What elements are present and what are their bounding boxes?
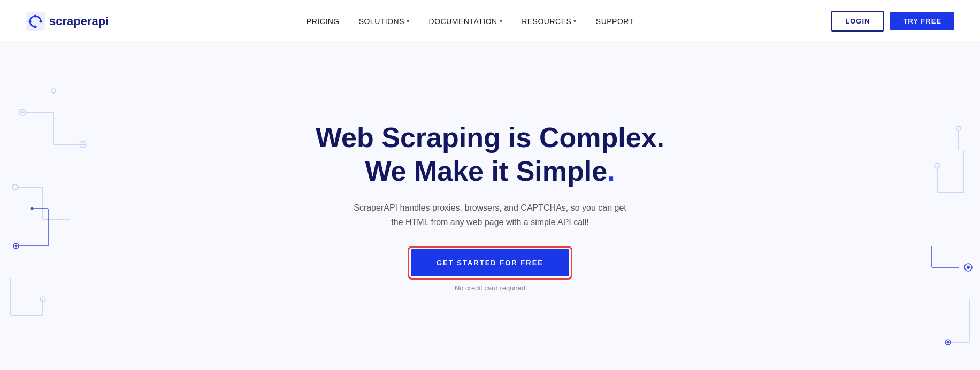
svg-rect-0 bbox=[26, 12, 45, 31]
logo-link[interactable]: scraperapi bbox=[26, 12, 109, 31]
svg-point-11 bbox=[82, 143, 84, 145]
svg-point-31 bbox=[964, 264, 972, 271]
svg-point-38 bbox=[947, 341, 950, 344]
login-button[interactable]: LOGIN bbox=[831, 11, 884, 32]
svg-point-2 bbox=[29, 20, 32, 22]
svg-point-12 bbox=[12, 184, 18, 190]
nav-link-resources[interactable]: RESOURCES ▾ bbox=[522, 17, 577, 26]
get-started-button[interactable]: GET STARTED FOR FREE bbox=[411, 249, 569, 276]
nav-links: PRICING SOLUTIONS ▾ DOCUMENTATION ▾ RESO… bbox=[307, 17, 634, 26]
svg-point-1 bbox=[34, 14, 37, 17]
nav-item-support[interactable]: SUPPORT bbox=[596, 17, 634, 26]
no-credit-card-label: No credit card required bbox=[455, 284, 525, 292]
scraperapi-logo-icon bbox=[26, 12, 45, 31]
try-free-button[interactable]: TRY FREE bbox=[890, 12, 954, 30]
nav-link-pricing[interactable]: PRICING bbox=[307, 17, 340, 26]
hero-subtitle: ScraperAPI handles proxies, browsers, an… bbox=[351, 201, 629, 229]
svg-point-6 bbox=[21, 111, 24, 113]
chevron-down-icon: ▾ bbox=[407, 18, 410, 24]
svg-point-17 bbox=[15, 245, 18, 248]
svg-point-26 bbox=[51, 89, 56, 93]
svg-point-32 bbox=[967, 266, 970, 269]
svg-point-25 bbox=[40, 297, 45, 302]
navbar: scraperapi PRICING SOLUTIONS ▾ DOCUMENTA… bbox=[0, 0, 980, 43]
deco-left-circuit bbox=[0, 43, 118, 370]
svg-point-16 bbox=[13, 243, 19, 249]
deco-right-circuit bbox=[884, 43, 980, 370]
nav-link-documentation[interactable]: DOCUMENTATION ▾ bbox=[429, 17, 503, 26]
svg-point-30 bbox=[935, 163, 940, 168]
nav-item-solutions[interactable]: SOLUTIONS ▾ bbox=[359, 17, 410, 26]
chevron-down-icon: ▾ bbox=[573, 18, 577, 24]
svg-point-10 bbox=[80, 141, 86, 148]
hero-title: Web Scraping is Complex. We Make it Simp… bbox=[316, 121, 664, 188]
svg-point-5 bbox=[19, 109, 26, 115]
hero-section: Web Scraping is Complex. We Make it Simp… bbox=[0, 43, 980, 370]
nav-item-resources[interactable]: RESOURCES ▾ bbox=[522, 17, 577, 26]
svg-point-21 bbox=[31, 207, 34, 210]
svg-point-4 bbox=[34, 25, 37, 28]
svg-point-37 bbox=[945, 340, 951, 345]
logo-text: scraperapi bbox=[49, 14, 109, 28]
nav-link-support[interactable]: SUPPORT bbox=[596, 17, 634, 26]
chevron-down-icon: ▾ bbox=[500, 18, 503, 24]
svg-point-39 bbox=[956, 126, 961, 130]
nav-item-documentation[interactable]: DOCUMENTATION ▾ bbox=[429, 17, 503, 26]
nav-actions: LOGIN TRY FREE bbox=[831, 11, 954, 32]
nav-link-solutions[interactable]: SOLUTIONS ▾ bbox=[359, 17, 410, 26]
nav-item-pricing[interactable]: PRICING bbox=[307, 17, 340, 26]
svg-point-3 bbox=[40, 20, 42, 22]
